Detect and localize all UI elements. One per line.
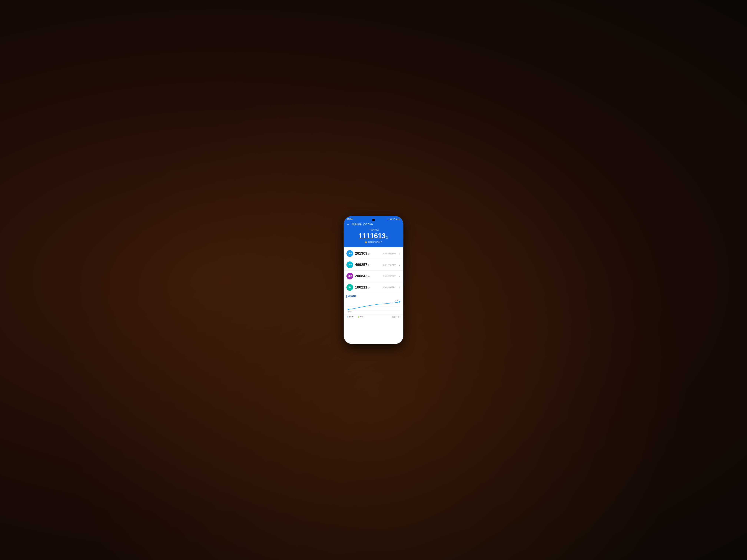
score-list: CPU 261303分 超越83%的用户 ∨ GPU 469257分 超越83%… [344,247,403,344]
battery-stat-value: 6%↓ [360,316,364,318]
battery-icon: [▮▮▮] [396,218,400,220]
score-item-mem[interactable]: MEM 200842分 超越81%的用户 ∨ [344,271,403,282]
battery-stat: 🔋 6%↓ [357,316,364,318]
total-percentile: 👑 超越83%的用户 [365,241,382,243]
total-percentile-text: 超越83%的用户 [368,241,382,243]
monitor-section: 跑分监控 [344,293,403,314]
wifi-icon: ▾▾ [388,218,389,220]
mem-score: 200842分 [355,274,381,278]
background-scene: 21:44 ▾▾ ▣ 4G [▮▮▮] ← 评测结果（V9.5.6） 一加Ace… [0,0,747,560]
header-nav: ← 评测结果（V9.5.6） [347,223,400,226]
signal-icon: ▣ [390,218,392,220]
score-chart: 26.3° 31.2° [346,299,401,314]
score-item-ux[interactable]: UX 180211分 超越80%的用户 ∨ [344,282,403,293]
page-title: 评测结果（V9.5.6） [351,223,374,226]
gpu-percentile: 超越83%的用户 [383,264,396,266]
total-score: 1111613分 [358,232,389,240]
cpu-percentile: 超越83%的用户 [383,252,396,255]
score-unit: 分 [386,236,389,239]
detail-link[interactable]: 查看详情 › [392,316,401,318]
mem-badge: MEM [346,273,353,279]
camera-hole [372,219,375,221]
svg-point-4 [399,301,401,302]
monitor-title: 跑分监控 [346,295,401,298]
status-icons: ▾▾ ▣ 4G [▮▮▮] [388,218,400,220]
chart-svg: 26.3° 31.2° [346,299,401,314]
header-blue: ← 评测结果（V9.5.6） 一加Ace 2 1111613分 👑 超越83%的… [344,221,403,247]
bottom-stats-bar: 🌡 4.9℃↑ 🔋 6%↓ 查看详情 › [344,314,403,319]
temp-icon: 🌡 [346,316,348,318]
ux-score: 180211分 [355,285,381,289]
phone-wrapper: 21:44 ▾▾ ▣ 4G [▮▮▮] ← 评测结果（V9.5.6） 一加Ace… [342,213,405,347]
temp-value: 4.9℃↑ [349,316,354,318]
score-item-gpu[interactable]: GPU 469257分 超越83%的用户 ∨ [344,259,403,271]
ux-badge: UX [346,284,353,291]
crown-icon: 👑 [365,241,367,243]
svg-text:31.2°: 31.2° [395,300,398,302]
svg-text:26.3°: 26.3° [348,311,352,313]
mem-percentile: 超越81%的用户 [383,275,396,277]
mem-chevron-icon: ∨ [399,275,401,277]
cpu-badge: CPU [346,250,353,257]
battery-label: 4G [393,218,395,220]
ux-chevron-icon: ∨ [399,286,401,289]
battery-stat-icon: 🔋 [357,316,360,318]
gpu-score: 469257分 [355,263,381,267]
score-item-cpu[interactable]: CPU 261303分 超越83%的用户 ∨ [344,248,403,259]
svg-point-3 [347,309,349,310]
phone-screen: 21:44 ▾▾ ▣ 4G [▮▮▮] ← 评测结果（V9.5.6） 一加Ace… [344,216,403,344]
cpu-score: 261303分 [355,251,381,256]
phone-device: 21:44 ▾▾ ▣ 4G [▮▮▮] ← 评测结果（V9.5.6） 一加Ace… [344,216,403,344]
gpu-badge: GPU [346,262,353,268]
cpu-chevron-icon: ∨ [399,252,401,255]
device-name: 一加Ace 2 [368,228,379,232]
temp-stat: 🌡 4.9℃↑ [346,316,354,318]
status-time: 21:44 [347,218,353,220]
ux-percentile: 超越80%的用户 [383,286,396,289]
total-score-value: 1111613 [358,232,386,240]
gpu-chevron-icon: ∨ [399,263,401,266]
back-button[interactable]: ← [347,223,350,226]
